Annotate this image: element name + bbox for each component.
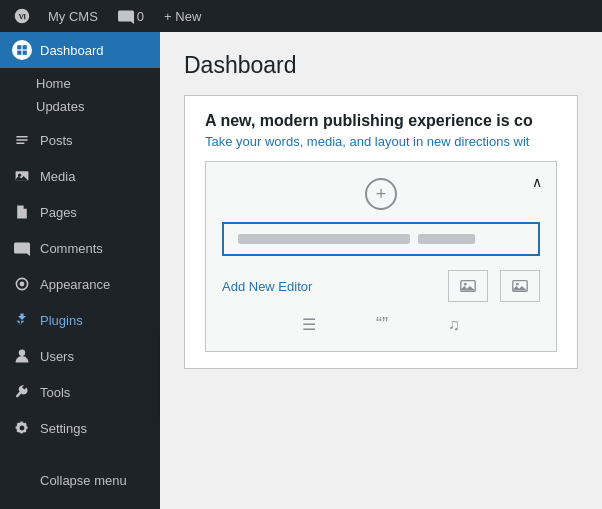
sidebar-item-settings[interactable]: Settings [0,410,160,446]
title-placeholder [238,234,410,244]
editor-title-input[interactable] [222,222,540,256]
site-name-bar-item[interactable]: My CMS [40,0,106,32]
sidebar-item-posts[interactable]: Posts [0,122,160,158]
collapse-menu-item[interactable]: Collapse menu [0,462,160,498]
add-new-editor-label[interactable]: Add New Editor [222,279,312,294]
media-label: Media [40,169,75,184]
svg-rect-2 [17,51,21,55]
svg-rect-3 [23,51,27,55]
svg-point-10 [464,283,467,286]
notice-card: A new, modern publishing experience is c… [184,95,578,369]
sidebar-item-updates[interactable]: Updates [36,95,160,118]
editor-tools-row: ☰ “” ♫ [222,314,540,335]
main-layout: Dashboard Home Updates Posts Media Pa [0,32,602,509]
pages-label: Pages [40,205,77,220]
sidebar-item-media[interactable]: Media [0,158,160,194]
sidebar: Dashboard Home Updates Posts Media Pa [0,32,160,509]
site-name-text: My CMS [48,9,98,24]
title-placeholder-2 [418,234,475,244]
collapse-label: Collapse menu [40,473,127,488]
sidebar-item-users[interactable]: Users [0,338,160,374]
users-label: Users [40,349,74,364]
notice-subtext: Take your words, media, and layout in ne… [205,134,557,149]
pages-icon [12,202,32,222]
appearance-icon [12,274,32,294]
dashboard-icon [12,40,32,60]
plugins-icon [12,310,32,330]
quote-icon[interactable]: “” [376,314,388,335]
comments-bar-item[interactable]: 0 [110,0,152,32]
sidebar-item-dashboard[interactable]: Dashboard [0,32,160,68]
posts-label: Posts [40,133,73,148]
music-icon[interactable]: ♫ [448,316,460,334]
svg-point-8 [19,350,25,356]
sidebar-item-comments[interactable]: Comments [0,230,160,266]
dashboard-label: Dashboard [40,43,104,58]
svg-point-7 [20,282,25,287]
users-icon [12,346,32,366]
plugins-label: Plugins [40,313,83,328]
new-label: + New [164,9,201,24]
posts-icon [12,130,32,150]
list-icon[interactable]: ☰ [302,315,316,334]
add-block-button[interactable]: + [365,178,397,210]
tools-icon [12,382,32,402]
chevron-up-icon[interactable]: ∧ [532,174,542,190]
sidebar-item-appearance[interactable]: Appearance [0,266,160,302]
appearance-label: Appearance [40,277,110,292]
settings-label: Settings [40,421,87,436]
content-area: Dashboard A new, modern publishing exper… [160,32,602,509]
wp-logo[interactable] [8,2,36,30]
comments-icon [12,238,32,258]
sidebar-item-pages[interactable]: Pages [0,194,160,230]
add-new-editor-row: Add New Editor [222,270,540,302]
comment-count: 0 [137,9,144,24]
image-icon-2[interactable] [500,270,540,302]
settings-icon [12,418,32,438]
media-icon [12,166,32,186]
page-title: Dashboard [184,52,578,79]
svg-rect-0 [17,45,21,49]
notice-heading: A new, modern publishing experience is c… [205,112,557,130]
svg-point-12 [516,283,519,286]
tools-label: Tools [40,385,70,400]
svg-rect-1 [23,45,27,49]
image-icon-1[interactable] [448,270,488,302]
comments-label: Comments [40,241,103,256]
sidebar-item-home[interactable]: Home [36,72,160,95]
sidebar-sub-home-updates: Home Updates [0,68,160,122]
new-content-bar-item[interactable]: + New [156,0,209,32]
add-block-row: + [222,178,540,210]
sidebar-item-plugins[interactable]: Plugins [0,302,160,338]
collapse-icon [12,470,32,490]
sidebar-item-tools[interactable]: Tools [0,374,160,410]
admin-bar: My CMS 0 + New [0,0,602,32]
